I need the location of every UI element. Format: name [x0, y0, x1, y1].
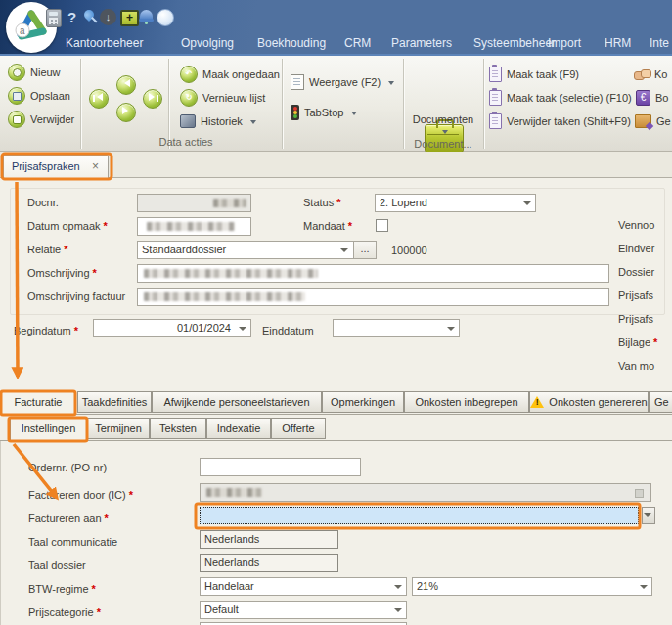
ribbon-toolbar: Nieuw Opslaan Verwijder ↶ Maak ongedaan …	[0, 56, 672, 152]
chevron-down-icon	[394, 585, 402, 593]
factureren-aan-combo[interactable]	[200, 507, 639, 524]
calculator-icon[interactable]	[46, 9, 62, 27]
new-button[interactable]: Nieuw	[8, 63, 61, 82]
tab-facturatie[interactable]: Facturatie	[1, 390, 75, 415]
menu-kantoorbeheer[interactable]: Kantoorbeheer	[66, 33, 143, 53]
tab-prijsafspraken-label: Prijsafspraken	[12, 160, 80, 172]
menu-boekhouding[interactable]: Boekhouding	[257, 33, 326, 53]
make-task-button[interactable]: Maak taak (F9)	[489, 65, 579, 84]
tab-onkosten-genereren[interactable]: Onkosten genereren	[529, 391, 649, 413]
chevron-down-icon	[388, 81, 394, 88]
refresh-list-button[interactable]: ↻ Vernieuw lijst	[180, 88, 265, 108]
tab-onkosten-inbegrepen[interactable]: Onkosten inbegrepen	[404, 391, 529, 413]
nav-prev-icon[interactable]	[116, 75, 136, 95]
chevron-down-icon	[239, 327, 246, 335]
view-button[interactable]: Weergave (F2)	[291, 72, 394, 92]
nav-next-icon[interactable]	[116, 103, 136, 122]
tab-afwijkende-personeelstarieven[interactable]: Afwijkende personeelstarieven	[152, 391, 322, 413]
van-mo-label-cutoff: Van mo	[618, 360, 654, 372]
menu-import[interactable]: Import	[548, 33, 581, 53]
tab-termijnen[interactable]: Termijnen	[87, 418, 150, 439]
taal-dossier-field: Nederlands	[200, 554, 338, 572]
menu-parameters[interactable]: Parameters	[391, 33, 452, 53]
menu-hrm[interactable]: HRM	[605, 33, 631, 53]
tab-cutoff[interactable]: Ge	[649, 391, 672, 413]
btw-regime-dropdown[interactable]: Handelaar	[200, 577, 407, 596]
tab-prijsafspraken[interactable]: Prijsafspraken ×	[3, 155, 109, 178]
status-dropdown[interactable]: 2. Lopend	[375, 194, 536, 212]
btw-percentage-dropdown[interactable]: 21%	[412, 577, 652, 596]
omschrijving-label: Omschrijving*	[27, 267, 97, 279]
menu-systeembeheer[interactable]: Systeembeheer	[473, 33, 556, 53]
traffic-light-icon	[291, 105, 299, 120]
ribbon-divider	[483, 59, 484, 149]
circle-down-icon[interactable]: ↓	[100, 9, 116, 25]
nav-first-icon[interactable]	[89, 89, 109, 109]
chevron-down-icon	[250, 120, 256, 127]
chevron-down-icon	[447, 327, 455, 335]
close-icon[interactable]: ×	[92, 156, 99, 178]
taal-communicatie-field: Nederlands	[200, 530, 338, 549]
datum-opmaak-label: Datum opmaak*	[27, 220, 108, 232]
tab-instellingen[interactable]: Instellingen	[10, 417, 87, 441]
tab-teksten[interactable]: Teksten	[150, 418, 206, 439]
chevron-down-icon	[640, 585, 648, 593]
docnr-label: Docnr.	[27, 197, 59, 208]
menu-integraties-cutoff[interactable]: Inte	[650, 33, 669, 53]
pushpin-icon[interactable]	[82, 8, 96, 22]
einddatum-picker[interactable]	[333, 319, 460, 337]
copy-button-cutoff[interactable]: Ko	[634, 65, 667, 84]
ribbon-divider	[80, 59, 81, 149]
history-button[interactable]: Historiek	[180, 112, 256, 131]
tab-opmerkingen[interactable]: Opmerkingen	[322, 391, 404, 413]
tab-taakdefinities[interactable]: Taakdefinities	[77, 391, 152, 413]
book-button-cutoff[interactable]: Bo	[636, 88, 668, 108]
relatie-combo[interactable]: Standaarddossier ...	[137, 241, 377, 259]
menu-opvolging[interactable]: Opvolging	[181, 33, 234, 53]
undo-button[interactable]: ↶ Maak ongedaan	[180, 65, 280, 84]
instellingen-form: Ordernr. (PO-nr) Factureren door (IC)* F…	[0, 441, 672, 625]
info-icon[interactable]	[157, 9, 174, 26]
omschrijving-factuur-value-redacted	[144, 292, 305, 301]
delete-label: Verwijder	[30, 113, 74, 125]
screen-add-icon[interactable]: +	[120, 10, 139, 26]
mandaat-checkbox[interactable]	[376, 219, 388, 232]
prijsafspraken-form: Docnr. Status* 2. Lopend Datum opmaak* M…	[0, 178, 672, 390]
generate-label-cutoff: Ge	[656, 115, 671, 127]
documents-label: Documenten	[399, 113, 487, 125]
ribbon-divider	[282, 59, 283, 149]
omschrijving-value-redacted	[144, 269, 318, 278]
tab-indexatie[interactable]: Indexatie	[206, 418, 271, 439]
new-icon	[8, 64, 25, 81]
app-window: a ? ↓ + Kantoorbeheer Opvolging Boekhoud…	[0, 0, 672, 625]
sub-tabstrip: Instellingen Termijnen Teksten Indexatie…	[0, 417, 672, 441]
tab-offerte[interactable]: Offerte	[271, 418, 326, 439]
ordernr-input[interactable]	[200, 458, 361, 476]
ordernr-label: Ordernr. (PO-nr)	[28, 462, 107, 473]
menu-crm[interactable]: CRM	[344, 33, 371, 53]
delete-button[interactable]: Verwijder	[8, 110, 74, 129]
task-clipboard-icon	[489, 67, 502, 82]
tabstop-label: TabStop	[304, 107, 343, 118]
omschrijving-factuur-label: Omschrijving factuur	[27, 290, 125, 302]
relatie-browse-button[interactable]: ...	[353, 242, 376, 258]
new-label: Nieuw	[30, 67, 61, 78]
status-label: Status*	[303, 197, 340, 208]
make-task-selection-button[interactable]: Maak taak (selectie) (F10)	[489, 88, 632, 108]
delete-tasks-button[interactable]: Verwijder taken (Shift+F9)	[489, 112, 631, 131]
tabstop-button[interactable]: TabStop	[291, 103, 357, 122]
group-label-data-acties: Data acties	[93, 136, 279, 148]
factureren-aan-dropdown-button[interactable]	[642, 507, 655, 524]
nav-last-icon[interactable]	[143, 89, 162, 109]
help-icon[interactable]: ?	[67, 9, 76, 25]
bell-icon[interactable]	[140, 10, 153, 20]
prijscategorie-dropdown[interactable]: Default	[200, 601, 407, 619]
begindatum-label: Begindatum*	[14, 325, 78, 336]
handshake-icon	[634, 69, 650, 80]
begindatum-picker[interactable]: 01/01/2024	[93, 319, 251, 337]
undo-label: Maak ongedaan	[202, 68, 280, 80]
ribbon-divider	[403, 59, 404, 149]
generate-button-cutoff[interactable]: Ge	[635, 112, 671, 131]
save-button[interactable]: Opslaan	[8, 86, 70, 106]
delete-tasks-label: Verwijder taken (Shift+F9)	[507, 115, 631, 127]
